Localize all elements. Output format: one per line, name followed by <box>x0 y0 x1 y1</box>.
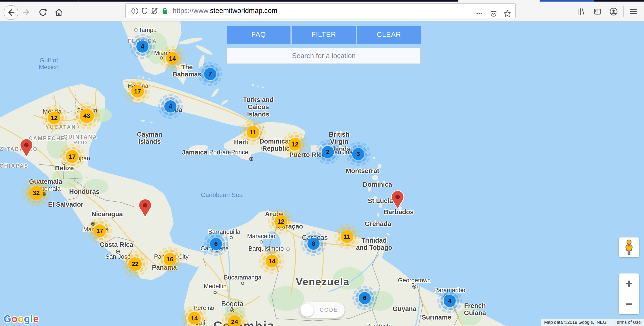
cluster-marker[interactable]: 14 <box>266 255 278 268</box>
zoom-in-button[interactable]: + <box>619 274 639 294</box>
location-pin[interactable] <box>391 190 404 213</box>
toolbar-separator <box>623 6 624 17</box>
map-data-attribution: Map data ©2019 Google, INEGI <box>541 318 611 326</box>
shield-icon[interactable] <box>140 7 149 15</box>
zoom-out-button[interactable]: − <box>619 294 639 314</box>
map-attribution: Map data ©2019 Google, INEGI Terms of Us… <box>541 318 644 326</box>
library-icon[interactable] <box>576 7 586 16</box>
cluster-marker[interactable]: 17 <box>94 224 106 237</box>
cluster-marker[interactable]: 6 <box>359 292 371 304</box>
map-label: Cayman Islands <box>137 131 162 145</box>
active-tab-top[interactable] <box>458 0 540 2</box>
home-icon <box>54 8 63 17</box>
map-label: Bucaramanga <box>224 274 262 281</box>
cluster-marker[interactable]: 14 <box>188 312 201 325</box>
cluster-marker[interactable]: 16 <box>164 253 176 266</box>
cluster-marker[interactable]: 24 <box>228 315 241 326</box>
google-logo-letter: g <box>24 313 30 324</box>
cluster-marker[interactable]: 12 <box>274 215 287 228</box>
pegman-button[interactable] <box>619 238 639 257</box>
forward-button[interactable] <box>22 8 32 17</box>
menu-icon[interactable] <box>628 7 638 16</box>
map-label: Boa Vista <box>366 323 392 326</box>
zoom-control: + − <box>619 274 639 314</box>
capital-city-marker <box>412 285 416 289</box>
reload-icon <box>38 8 47 16</box>
toggle-knob[interactable] <box>300 304 314 316</box>
map-label: Montserrat <box>346 167 379 174</box>
location-pin[interactable] <box>20 138 33 161</box>
map-label: Tampa <box>138 26 156 33</box>
address-bar[interactable]: https://www.steemitworldmap.com <box>125 3 516 18</box>
google-logo[interactable]: Google <box>4 313 39 324</box>
home-button[interactable] <box>54 8 64 17</box>
map-action-buttons: FAQFILTERCLEAR <box>227 26 421 44</box>
cluster-marker[interactable]: 11 <box>247 126 260 139</box>
map-viewport[interactable]: Gulf of MexicoCaribbean SeaFLORIDAYUCATA… <box>0 21 644 326</box>
map-label: Caribbean Sea <box>201 192 243 198</box>
google-logo-letter: l <box>30 313 33 324</box>
sidebars-icon[interactable] <box>592 7 602 16</box>
code-toggle-label: CODE <box>320 307 338 313</box>
map-label: Grenada <box>365 220 391 228</box>
location-pin[interactable] <box>138 198 152 221</box>
map-label: Z <box>0 146 4 152</box>
cluster-marker[interactable]: 12 <box>48 112 60 124</box>
map-label: Bogota <box>222 300 243 308</box>
cluster-marker[interactable]: 3 <box>352 148 364 160</box>
map-label: Gulf of Mexico <box>39 57 59 71</box>
cluster-marker[interactable]: 12 <box>289 138 302 151</box>
cluster-marker[interactable]: 2 <box>322 146 334 158</box>
cluster-marker[interactable]: 4 <box>444 295 456 307</box>
cluster-marker[interactable]: 6 <box>210 238 222 250</box>
pocket-icon[interactable] <box>488 9 498 18</box>
account-icon[interactable] <box>609 7 618 16</box>
url-text[interactable]: https://www.steemitworldmap.com <box>173 4 278 18</box>
bookmark-star-icon[interactable] <box>502 9 512 18</box>
lock-icon[interactable] <box>160 7 169 15</box>
city-marker <box>134 28 138 32</box>
google-logo-letter: o <box>18 313 24 324</box>
reload-button[interactable] <box>38 8 48 17</box>
cluster-marker[interactable]: 17 <box>131 85 144 98</box>
url-domain: steemitworldmap.com <box>210 7 277 15</box>
tab-accent-line <box>540 0 594 2</box>
cluster-marker[interactable]: 4 <box>136 40 148 52</box>
cluster-marker[interactable]: 43 <box>80 109 94 123</box>
cluster-marker[interactable]: 8 <box>308 238 320 250</box>
info-icon[interactable] <box>130 7 139 15</box>
map-label: CHIAPAS <box>0 163 28 169</box>
browser-toolbar: https://www.steemitworldmap.com <box>0 2 644 22</box>
city-marker <box>211 307 214 310</box>
filter-button[interactable]: FILTER <box>292 26 356 44</box>
cluster-marker[interactable]: 11 <box>341 230 354 243</box>
city-marker <box>230 236 233 239</box>
cluster-marker[interactable]: 32 <box>29 186 44 200</box>
browser-tab-strip[interactable] <box>0 0 644 2</box>
faq-button[interactable]: FAQ <box>227 26 290 44</box>
map-label: El Salvador <box>48 201 84 208</box>
map-label: Trinidad and Tobago <box>356 237 392 251</box>
code-toggle[interactable]: CODE <box>300 302 344 318</box>
capital-city-marker <box>116 250 120 254</box>
terms-of-use-link[interactable]: Terms of Use <box>611 318 644 326</box>
cluster-marker[interactable]: 4 <box>164 100 176 112</box>
map-label: Venezuela <box>296 276 350 288</box>
map-label: Port-au-Prince <box>209 149 248 156</box>
cluster-marker[interactable]: 7 <box>204 68 216 80</box>
clear-button[interactable]: CLEAR <box>357 26 421 44</box>
cluster-marker[interactable]: 22 <box>128 257 142 271</box>
google-logo-letter: G <box>4 313 12 324</box>
cluster-marker[interactable]: 17 <box>66 150 79 163</box>
page-actions-icon[interactable] <box>474 9 484 18</box>
map-label: CAMPECHE <box>28 136 65 142</box>
cluster-marker[interactable]: 14 <box>166 52 179 65</box>
google-logo-letter: o <box>12 313 18 324</box>
location-search-input[interactable] <box>227 48 421 64</box>
shield-disabled-icon[interactable] <box>150 7 159 15</box>
map-label: QUINTANA ROO <box>64 134 98 146</box>
map-label: Medellín <box>204 283 226 290</box>
back-button[interactable] <box>4 5 18 20</box>
map-label: Georgetown <box>398 277 431 284</box>
map-label: Honduras <box>69 188 99 195</box>
